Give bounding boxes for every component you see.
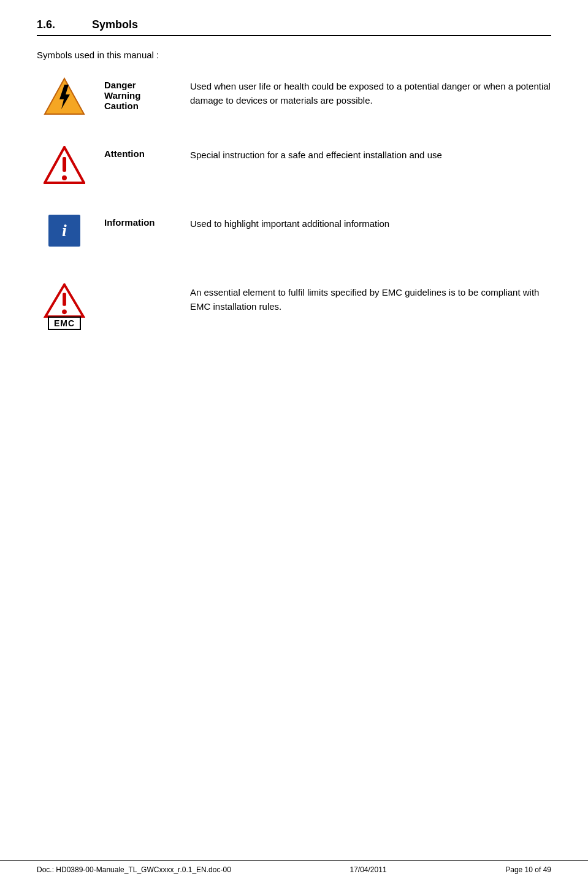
danger-icon (44, 77, 85, 115)
emc-description: An essential element to fulfil limits sp… (190, 283, 551, 313)
section-number: 1.6. (37, 18, 74, 31)
page: 1.6. Symbols Symbols used in this manual… (0, 0, 588, 890)
danger-description: Used when user life or health could be e… (190, 77, 551, 107)
information-label-text: Information (104, 217, 155, 228)
footer-page: Page 10 of 49 (505, 865, 551, 874)
svg-point-7 (62, 309, 67, 314)
attention-icon (44, 146, 85, 184)
danger-icon-area (37, 77, 92, 115)
attention-label-text: Attention (104, 148, 145, 159)
information-icon: i (48, 215, 80, 247)
emc-triangle-icon (44, 283, 85, 318)
attention-description: Special instruction for a safe and effec… (190, 146, 551, 163)
section-title: Symbols (92, 18, 138, 31)
svg-rect-6 (63, 293, 66, 305)
svg-rect-3 (63, 157, 66, 172)
danger-label: DangerWarningCaution (104, 77, 178, 111)
footer-doc: Doc.: HD0389-00-Manuale_TL_GWCxxxx_r.0.1… (37, 865, 231, 874)
danger-label-text: DangerWarningCaution (104, 80, 140, 111)
attention-icon-area (37, 146, 92, 184)
svg-point-4 (62, 175, 67, 180)
information-label: Information (104, 215, 178, 228)
symbol-row-danger: DangerWarningCaution Used when user life… (37, 77, 551, 126)
emc-label (104, 283, 178, 286)
section-header: 1.6. Symbols (37, 18, 551, 36)
footer: Doc.: HD0389-00-Manuale_TL_GWCxxxx_r.0.1… (0, 860, 588, 879)
symbol-row-emc: EMC An essential element to fulfil limit… (37, 283, 551, 332)
emc-icon-container: EMC (44, 283, 85, 330)
emc-icon-area: EMC (37, 283, 92, 330)
intro-text: Symbols used in this manual : (37, 50, 551, 60)
symbol-row-attention: Attention Special instruction for a safe… (37, 146, 551, 195)
emc-label-text: EMC (54, 318, 75, 328)
footer-date: 17/04/2011 (350, 865, 387, 874)
attention-label: Attention (104, 146, 178, 159)
emc-label-box: EMC (48, 316, 81, 330)
info-letter: i (62, 222, 67, 239)
information-description: Used to highlight important additional i… (190, 215, 551, 231)
information-icon-area: i (37, 215, 92, 247)
symbol-row-information: i Information Used to highlight importan… (37, 215, 551, 264)
